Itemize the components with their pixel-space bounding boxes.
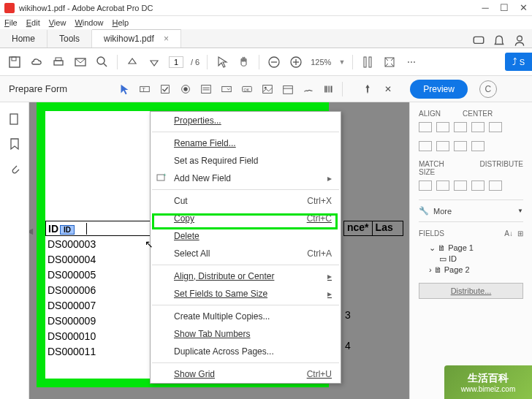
tab-close-icon[interactable]: × <box>164 34 169 44</box>
page-total: / 6 <box>191 58 200 66</box>
minimize-button[interactable]: ─ <box>481 4 490 12</box>
checkbox-icon[interactable] <box>158 82 172 96</box>
svg-rect-3 <box>12 57 16 61</box>
more-button[interactable]: 🔧 More ▼ <box>419 206 523 216</box>
close-button[interactable]: ✕ <box>519 4 528 12</box>
svg-rect-22 <box>202 85 211 93</box>
align-right-icon[interactable] <box>454 122 467 132</box>
page-down-icon[interactable] <box>147 55 162 69</box>
bookmark-icon[interactable] <box>8 137 21 151</box>
ctx-required[interactable]: Set as Required Field <box>151 152 341 170</box>
ctx-selectall[interactable]: Select AllCtrl+A <box>151 245 341 262</box>
ctx-multiple[interactable]: Create Multiple Copies... <box>151 308 341 325</box>
ctx-tabnum[interactable]: Show Tab Numbers <box>151 325 341 343</box>
match-w-icon[interactable] <box>419 180 432 191</box>
svg-line-8 <box>104 64 107 66</box>
search-icon[interactable] <box>95 55 110 69</box>
menu-help[interactable]: Help <box>113 18 129 27</box>
menu-edit[interactable]: Edit <box>26 18 40 27</box>
align-middle-icon[interactable] <box>436 141 449 151</box>
fit-width-icon[interactable] <box>360 55 375 69</box>
image-field-icon[interactable] <box>260 82 275 96</box>
bell-icon[interactable] <box>493 34 506 48</box>
attachment-icon[interactable] <box>8 162 21 175</box>
tab-document[interactable]: wikihow1.pdf × <box>92 29 181 48</box>
share-button[interactable]: ⤴ S <box>505 53 532 71</box>
zoom-dropdown-icon[interactable]: ▼ <box>338 58 345 66</box>
distribute-button[interactable]: Distribute... <box>419 283 523 299</box>
align-center-icon[interactable] <box>436 122 449 132</box>
tree-page1[interactable]: ⌄ 🗎 Page 1 <box>419 242 523 254</box>
preview-button[interactable]: Preview <box>410 80 468 99</box>
ctx-addnew[interactable]: + Add New Field▸ <box>151 170 341 187</box>
mail-icon[interactable] <box>73 55 88 69</box>
fit-page-icon[interactable] <box>382 55 397 69</box>
cloud-icon[interactable] <box>29 55 44 69</box>
hand-icon[interactable] <box>237 55 251 69</box>
ctx-properties[interactable]: Properties... <box>151 112 341 129</box>
listbox-icon[interactable] <box>199 82 213 96</box>
svg-rect-30 <box>284 86 293 94</box>
menu-window[interactable]: Window <box>75 18 103 27</box>
menu-file[interactable]: File <box>4 18 18 27</box>
pointer-tool-icon[interactable] <box>117 82 132 96</box>
signature-icon[interactable] <box>301 82 316 96</box>
center-both-icon[interactable] <box>471 141 484 151</box>
page-number-input[interactable] <box>169 56 183 68</box>
pin-icon[interactable] <box>360 82 375 96</box>
zoom-out-icon[interactable] <box>267 55 281 69</box>
dist-h-icon[interactable] <box>471 180 484 191</box>
center-h-icon[interactable] <box>471 122 484 132</box>
sort-az-icon[interactable]: A↓ <box>504 229 513 238</box>
close-tool-button[interactable]: C <box>479 80 497 98</box>
field-badge[interactable]: ID <box>60 225 75 235</box>
svg-point-1 <box>517 36 522 41</box>
ctx-align[interactable]: Align, Distribute or Center▸ <box>151 267 341 285</box>
ctx-grid[interactable]: Show GridCtrl+U <box>151 365 341 383</box>
scroll-left-icon[interactable]: ◄ <box>29 225 35 237</box>
ctx-delete[interactable]: Delete <box>151 227 341 245</box>
dist-v-icon[interactable] <box>489 180 502 191</box>
align-top-icon[interactable] <box>419 141 432 151</box>
print-icon[interactable] <box>51 55 66 69</box>
signin-icon[interactable] <box>513 34 526 48</box>
ctx-copy[interactable]: CopyCtrl+C <box>151 210 341 227</box>
zoom-in-icon[interactable] <box>289 55 303 69</box>
chat-icon[interactable] <box>472 34 485 48</box>
svg-text:T: T <box>142 86 146 92</box>
align-left-icon[interactable] <box>419 122 432 132</box>
thumbnails-icon[interactable] <box>8 113 21 126</box>
tree-page2[interactable]: › 🗎 Page 2 <box>419 264 523 276</box>
ctx-duplicate[interactable]: Duplicate Across Pages... <box>151 343 341 360</box>
tab-home[interactable]: Home <box>0 30 48 48</box>
save-icon[interactable] <box>7 55 22 69</box>
ctx-rename[interactable]: Rename Field... <box>151 134 341 152</box>
sort-tab-icon[interactable]: ⊞ <box>517 229 523 238</box>
maximize-button[interactable]: ☐ <box>500 4 509 12</box>
selection-icon[interactable] <box>215 55 229 69</box>
text-field-icon[interactable]: T <box>137 82 152 96</box>
dropdown-icon[interactable] <box>219 82 234 96</box>
tab-document-label: wikihow1.pdf <box>104 34 154 44</box>
align-bottom-icon[interactable] <box>454 141 467 151</box>
svg-point-7 <box>97 57 104 64</box>
tab-tools[interactable]: Tools <box>48 30 92 48</box>
page-up-icon[interactable] <box>125 55 140 69</box>
ctx-samesize[interactable]: Set Fields to Same Size▸ <box>151 285 341 303</box>
menu-view[interactable]: View <box>49 18 66 27</box>
barcode-icon[interactable] <box>322 82 336 96</box>
tree-id-field[interactable]: ▭ ID <box>419 254 523 264</box>
radio-icon[interactable] <box>178 82 193 96</box>
close-formbar-icon[interactable]: ✕ <box>381 82 395 96</box>
window-title: wikihow1.pdf - Adobe Acrobat Pro DC <box>19 4 481 12</box>
ctx-cut[interactable]: CutCtrl+X <box>151 192 341 210</box>
match-both-icon[interactable] <box>454 180 467 191</box>
center-v-icon[interactable] <box>489 122 502 132</box>
rp-center-label: CENTER <box>463 110 493 118</box>
button-field-icon[interactable]: OK <box>240 82 254 96</box>
more-tools-icon[interactable]: ⋯ <box>404 55 419 69</box>
app-icon <box>4 3 15 13</box>
match-h-icon[interactable] <box>436 180 449 191</box>
rp-align-label: ALIGN <box>419 110 441 118</box>
date-field-icon[interactable] <box>281 82 295 96</box>
